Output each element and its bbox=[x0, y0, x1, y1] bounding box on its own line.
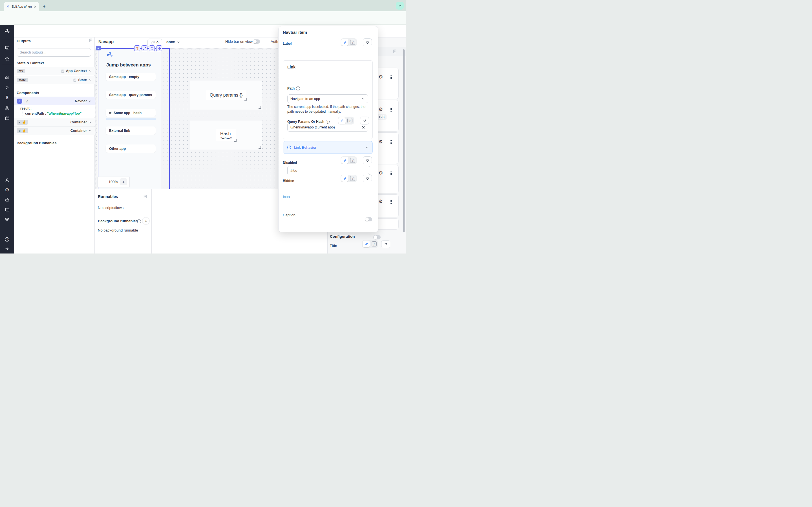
component-row-container-d[interactable]: d☝ Container bbox=[14, 126, 95, 135]
path-input[interactable]: u/henri/navapp (current app) bbox=[287, 123, 368, 131]
audit-eye-icon[interactable] bbox=[0, 216, 14, 223]
home-icon[interactable] bbox=[0, 74, 14, 80]
hide-bar-toggle[interactable] bbox=[253, 40, 260, 44]
hash-box[interactable]: Hash: "#foo" bbox=[190, 121, 262, 150]
window-chevron-button[interactable] bbox=[396, 2, 404, 10]
resize-corner[interactable] bbox=[259, 106, 261, 109]
gear-icon[interactable]: ⚙ bbox=[378, 139, 383, 144]
drag-grip-icon[interactable] bbox=[389, 171, 392, 175]
fullscreen-button[interactable] bbox=[142, 45, 147, 51]
runnables-doc-icon[interactable] bbox=[143, 194, 147, 199]
new-tab-button[interactable]: + bbox=[41, 3, 47, 10]
chevron-down-icon[interactable] bbox=[89, 129, 92, 132]
connect-plug-button[interactable] bbox=[360, 117, 369, 124]
variables-icon[interactable]: $ bbox=[0, 94, 14, 101]
connect-plug-button[interactable] bbox=[363, 38, 372, 46]
expand-rail-icon[interactable] bbox=[0, 245, 14, 252]
static-pencil-button[interactable] bbox=[341, 39, 349, 46]
connect-plug-button[interactable] bbox=[363, 174, 372, 182]
schedules-icon[interactable] bbox=[0, 115, 14, 121]
nav-item-external[interactable]: External link bbox=[106, 126, 156, 135]
right-panel-doc-icon[interactable] bbox=[393, 49, 397, 54]
windmill-favicon bbox=[6, 5, 10, 8]
query-params-input[interactable]: #foo bbox=[287, 166, 370, 175]
help-icon[interactable]: ? bbox=[0, 236, 14, 243]
active-nav-underline bbox=[106, 119, 156, 119]
add-background-runnable-button[interactable]: + bbox=[142, 217, 150, 225]
svg-text:?: ? bbox=[6, 238, 8, 241]
chevron-up-icon[interactable] bbox=[89, 100, 92, 103]
folders-icon[interactable] bbox=[0, 206, 14, 213]
runs-icon[interactable] bbox=[0, 84, 14, 91]
nav-item-hash[interactable]: # Same app - hash bbox=[106, 109, 156, 117]
right-panel-scrollbar[interactable] bbox=[403, 49, 405, 232]
ctx-row[interactable]: ctx App Context bbox=[14, 67, 95, 75]
browser-tab-strip: Edit App u/henri/navapp | Win + bbox=[0, 0, 406, 11]
static-pencil-button[interactable] bbox=[341, 157, 349, 164]
link-behavior-alert[interactable]: Link Behavior bbox=[283, 141, 373, 154]
zoom-in-button[interactable]: + bbox=[120, 178, 127, 185]
static-pencil-button[interactable] bbox=[363, 240, 370, 247]
background-runnables-empty: No background runnable bbox=[98, 228, 138, 232]
drag-grip-icon[interactable] bbox=[389, 108, 392, 112]
bottom-panel-divider[interactable] bbox=[151, 189, 152, 253]
gear-icon[interactable]: ⚙ bbox=[378, 107, 383, 112]
drag-grip-icon[interactable] bbox=[389, 75, 392, 79]
expand-down-button[interactable] bbox=[134, 45, 140, 51]
connect-plug-button[interactable] bbox=[381, 240, 390, 248]
hidden-toggle[interactable] bbox=[373, 235, 380, 239]
gear-icon[interactable]: ⚙ bbox=[378, 199, 383, 204]
label-mode-group: f bbox=[341, 38, 357, 46]
state-context-title: State & Context bbox=[17, 61, 44, 65]
gear-icon[interactable]: ⚙ bbox=[378, 171, 383, 175]
runnables-title: Runnables bbox=[98, 194, 118, 199]
refresh-mode-dropdown[interactable]: once bbox=[166, 40, 180, 44]
doc-icon bbox=[73, 78, 77, 82]
component-row-navbar[interactable]: a Navbar bbox=[14, 97, 95, 105]
disabled-toggle[interactable] bbox=[365, 217, 372, 221]
search-outputs-input[interactable] bbox=[17, 48, 91, 57]
link-behavior-label: Link Behavior bbox=[294, 145, 316, 150]
nav-item-query-params[interactable]: Same app - query params bbox=[106, 91, 156, 99]
browser-tab[interactable]: Edit App u/henri/navapp | Win bbox=[4, 2, 39, 11]
favorites-star-icon[interactable] bbox=[0, 55, 14, 62]
gear-icon[interactable]: ⚙ bbox=[378, 75, 383, 79]
link-type-select[interactable]: Navigate to an app bbox=[287, 94, 368, 103]
zoom-out-button[interactable]: − bbox=[100, 179, 107, 184]
background-runnables-title-left: Background runnables bbox=[17, 141, 57, 145]
outputs-doc-icon[interactable] bbox=[89, 38, 93, 43]
expr-f-button[interactable]: f bbox=[349, 175, 356, 182]
chevron-down-icon[interactable] bbox=[89, 78, 92, 82]
nav-item-other-app[interactable]: Other app bbox=[106, 145, 156, 153]
tab-close-icon[interactable] bbox=[34, 5, 37, 8]
chevron-down-icon[interactable] bbox=[89, 69, 92, 73]
static-pencil-button[interactable] bbox=[341, 175, 349, 182]
anchor-button[interactable] bbox=[149, 45, 155, 51]
expr-f-button[interactable]: f bbox=[370, 240, 378, 247]
state-row[interactable]: state State bbox=[14, 76, 95, 84]
nav-item-empty[interactable]: Same app - empty bbox=[106, 73, 156, 81]
drag-grip-icon[interactable] bbox=[389, 200, 392, 204]
resize-corner[interactable] bbox=[259, 146, 261, 149]
component-d-badge: d bbox=[18, 129, 20, 132]
chevron-down-icon[interactable] bbox=[89, 121, 92, 124]
drag-grip-icon[interactable] bbox=[389, 140, 392, 144]
windmill-logo[interactable] bbox=[0, 25, 14, 38]
component-row-container-e[interactable]: e☝ Container bbox=[14, 118, 95, 126]
users-icon[interactable] bbox=[0, 177, 14, 183]
clear-x-icon[interactable] bbox=[362, 126, 365, 129]
component-edit-pencil-icon[interactable] bbox=[24, 99, 30, 104]
move-button[interactable] bbox=[156, 45, 162, 51]
expr-f-button[interactable]: f bbox=[346, 117, 354, 124]
static-pencil-button[interactable] bbox=[338, 117, 346, 124]
apps-icon[interactable] bbox=[0, 44, 14, 51]
resources-icon[interactable] bbox=[0, 105, 14, 111]
expr-f-button[interactable]: f bbox=[349, 157, 356, 164]
settings-gear-icon[interactable]: ⚙ bbox=[0, 186, 14, 193]
canvas-left-guide bbox=[96, 48, 96, 189]
query-params-box[interactable]: Query params {} bbox=[190, 80, 262, 110]
connect-plug-button[interactable] bbox=[363, 156, 372, 164]
expr-f-button[interactable]: f bbox=[349, 39, 356, 46]
workers-icon[interactable] bbox=[0, 196, 14, 203]
selection-border-left bbox=[98, 48, 98, 189]
